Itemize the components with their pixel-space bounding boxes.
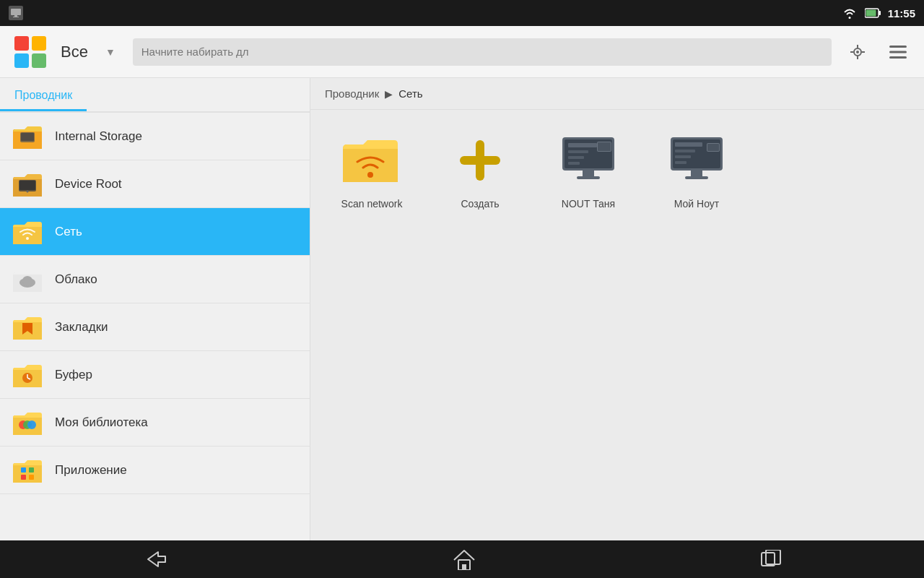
status-bar-right: 11:55: [842, 7, 915, 20]
internal-storage-label: Internal Storage: [55, 129, 142, 144]
computer-icon-1: [559, 131, 617, 189]
svg-rect-61: [460, 156, 500, 165]
create-label: Создать: [461, 198, 499, 210]
folder-library-icon: [12, 407, 43, 439]
screen-icon: [9, 6, 23, 20]
battery-icon: [865, 8, 881, 18]
sidebar-item-network[interactable]: Сеть: [0, 208, 310, 256]
folder-cloud-icon: [12, 264, 43, 296]
grid-item-nout-tanya[interactable]: NOUT Таня: [541, 131, 635, 210]
recent-button[interactable]: [760, 550, 782, 569]
folder-bookmarks-icon: [12, 311, 43, 343]
folder-network-icon: [12, 216, 43, 248]
sidebar: Проводник Internal Storage: [0, 78, 310, 540]
svg-rect-18: [889, 56, 907, 59]
grid-item-scan-network[interactable]: Scan network: [325, 131, 419, 210]
dropdown-arrow-icon[interactable]: ▼: [105, 46, 116, 58]
svg-rect-27: [19, 181, 35, 190]
svg-rect-64: [583, 171, 594, 176]
svg-rect-8: [14, 53, 29, 68]
svg-rect-53: [21, 467, 26, 473]
scan-network-label: Scan network: [341, 198, 403, 210]
folder-buffer-icon: [12, 359, 43, 391]
app-logo: [12, 33, 49, 71]
sidebar-item-bookmarks[interactable]: Закладки: [0, 303, 310, 351]
menu-icon-button[interactable]: [884, 38, 912, 66]
bottom-nav: [0, 540, 924, 578]
svg-rect-2: [13, 17, 19, 17]
library-label: Моя библиотека: [55, 415, 148, 430]
apps-label: Приложение: [55, 463, 127, 478]
my-nout-label: Мой Ноут: [674, 198, 719, 210]
svg-point-59: [367, 172, 373, 178]
view-icon-button[interactable]: [843, 38, 872, 66]
search-input[interactable]: [141, 46, 823, 58]
main-panel: Проводник ▶ Сеть: [310, 78, 924, 540]
sidebar-item-apps[interactable]: Приложение: [0, 447, 310, 494]
svg-rect-16: [889, 46, 907, 48]
device-root-label: Device Root: [55, 177, 122, 191]
computer-icon-2: [668, 131, 725, 189]
svg-rect-56: [29, 475, 34, 480]
svg-rect-74: [691, 171, 702, 176]
svg-point-28: [27, 190, 29, 192]
svg-rect-0: [11, 9, 21, 15]
svg-rect-79: [675, 150, 695, 152]
folder-apps-icon: [12, 454, 43, 486]
svg-rect-54: [29, 467, 34, 473]
svg-rect-1: [14, 15, 17, 17]
svg-point-37: [22, 276, 32, 285]
cloud-label: Облако: [55, 272, 97, 287]
svg-rect-77: [707, 144, 719, 151]
svg-rect-52: [13, 465, 42, 483]
folder-dark-icon: [12, 168, 43, 200]
create-icon: [451, 131, 509, 189]
search-bar[interactable]: [133, 38, 832, 66]
svg-rect-75: [685, 176, 708, 179]
breadcrumb-separator: ▶: [385, 88, 393, 100]
svg-rect-5: [866, 10, 876, 17]
svg-rect-23: [21, 133, 34, 141]
home-button[interactable]: [453, 548, 476, 570]
svg-rect-67: [598, 142, 611, 151]
bookmarks-label: Закладки: [55, 320, 108, 335]
folder-orange-icon: [12, 121, 43, 152]
svg-rect-55: [21, 475, 26, 480]
svg-rect-7: [32, 36, 46, 51]
sidebar-item-cloud[interactable]: Облако: [0, 256, 310, 303]
svg-rect-4: [879, 11, 881, 15]
scan-network-icon: [343, 131, 401, 189]
svg-rect-81: [675, 161, 687, 164]
grid-container: Scan network Создать: [310, 110, 924, 540]
svg-rect-68: [568, 143, 597, 147]
svg-rect-65: [577, 176, 600, 179]
network-label: Сеть: [55, 225, 82, 239]
svg-rect-80: [675, 155, 691, 158]
tab-explorer[interactable]: Проводник: [0, 89, 87, 111]
back-button[interactable]: [142, 549, 168, 569]
svg-point-11: [856, 51, 859, 53]
sidebar-item-library[interactable]: Моя библиотека: [0, 399, 310, 447]
svg-rect-6: [14, 36, 29, 51]
grid-item-create[interactable]: Создать: [433, 131, 527, 210]
main-content: Проводник Internal Storage: [0, 78, 924, 540]
breadcrumb-parent[interactable]: Проводник: [325, 87, 379, 100]
breadcrumb: Проводник ▶ Сеть: [310, 78, 924, 110]
grid-item-my-nout[interactable]: Мой Ноут: [650, 131, 744, 210]
breadcrumb-current: Сеть: [398, 87, 422, 100]
status-bar-left: [9, 6, 23, 20]
svg-rect-70: [568, 156, 584, 159]
sidebar-item-buffer[interactable]: Буфер: [0, 351, 310, 399]
app-bar: Все ▼: [0, 26, 924, 78]
sidebar-item-internal-storage[interactable]: Internal Storage: [0, 113, 310, 160]
svg-rect-69: [568, 150, 588, 153]
app-title: Все: [61, 43, 88, 61]
buffer-label: Буфер: [55, 368, 92, 382]
svg-point-50: [27, 420, 36, 429]
nout-tanya-label: NOUT Таня: [562, 198, 615, 210]
svg-rect-83: [462, 564, 466, 570]
sidebar-item-device-root[interactable]: Device Root: [0, 160, 310, 208]
svg-rect-78: [675, 142, 702, 147]
svg-rect-9: [32, 53, 46, 68]
wifi-icon: [842, 7, 858, 20]
